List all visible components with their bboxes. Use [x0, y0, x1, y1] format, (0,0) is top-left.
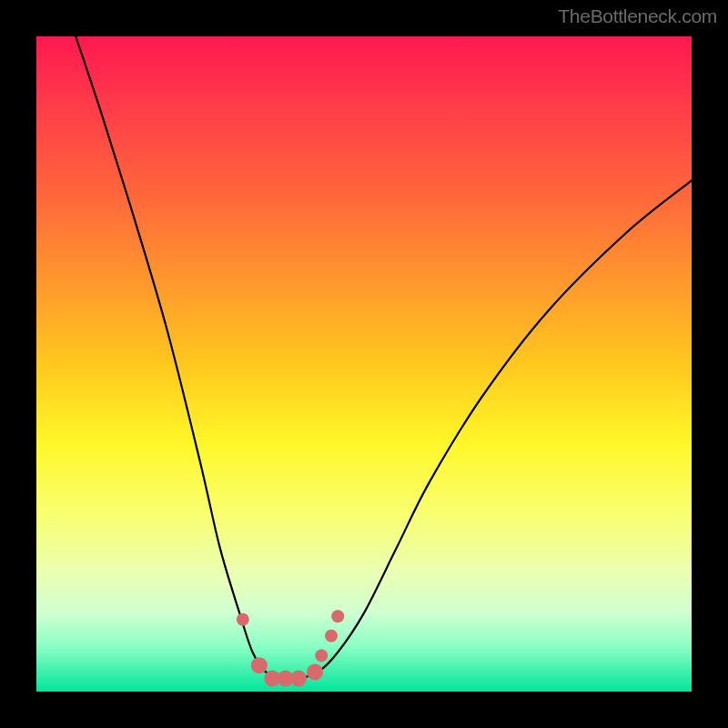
highlight-marker: [290, 671, 307, 687]
highlight-marker: [331, 610, 344, 622]
highlight-marker: [237, 613, 249, 626]
highlight-marker: [315, 649, 328, 662]
chart-frame: TheBottleneck.com: [0, 0, 728, 728]
bottleneck-curve: [76, 36, 692, 680]
chart-plot-layer: [36, 36, 692, 692]
highlight-marker: [307, 663, 323, 680]
highlight-marker: [325, 630, 338, 642]
highlight-markers: [237, 610, 344, 686]
watermark-text: TheBottleneck.com: [558, 5, 717, 27]
highlight-marker: [251, 657, 268, 673]
